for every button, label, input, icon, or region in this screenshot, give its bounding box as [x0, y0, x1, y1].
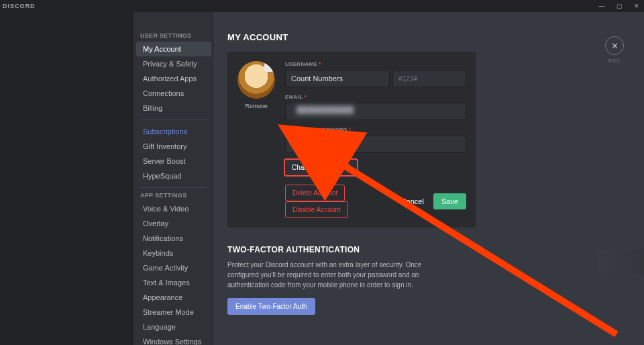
close-x-icon[interactable]: ✕	[605, 36, 624, 55]
sidebar-item-notifications[interactable]: Notifications	[136, 231, 211, 246]
page-title: MY ACCOUNT	[227, 32, 624, 42]
sidebar-item-privacy[interactable]: Privacy & Safety	[136, 56, 211, 71]
account-card: Remove USERNAME* EMAIL* ████████████ CUR…	[227, 52, 476, 228]
sidebar-item-subscriptions[interactable]: Subscriptions	[136, 124, 211, 139]
twofa-description: Protect your Discord account with an ext…	[227, 260, 429, 290]
sidebar-item-keybinds[interactable]: Keybinds	[136, 246, 211, 260]
email-input[interactable]: ████████████	[285, 103, 466, 120]
sidebar-item-windows-settings[interactable]: Windows Settings	[136, 334, 211, 345]
sidebar-item-language[interactable]: Language	[136, 319, 211, 334]
cancel-button[interactable]: Cancel	[394, 193, 431, 209]
email-label: EMAIL*	[285, 94, 466, 100]
close-icon[interactable]: ✕	[632, 3, 641, 9]
sidebar-item-gift-inventory[interactable]: Gift Inventory	[136, 139, 211, 154]
discriminator-input[interactable]	[392, 70, 466, 87]
change-password-button[interactable]: Change Password?	[285, 160, 357, 175]
sidebar-item-billing[interactable]: Billing	[136, 101, 211, 115]
disable-account-button[interactable]: Disable Account	[285, 201, 348, 218]
sidebar-item-streamer-mode[interactable]: Streamer Mode	[136, 305, 211, 319]
sidebar-item-game-activity[interactable]: Game Activity	[136, 260, 211, 275]
enable-twofa-button[interactable]: Enable Two-Factor Auth	[227, 298, 315, 315]
content-area: ✕ ESC MY ACCOUNT Remove USERNAME* EMAIL*…	[214, 12, 644, 345]
save-button[interactable]: Save	[433, 193, 466, 209]
twofa-title: TWO-FACTOR AUTHENTICATION	[227, 245, 624, 254]
avatar[interactable]	[237, 61, 275, 99]
sidebar-item-authorized-apps[interactable]: Authorized Apps	[136, 71, 211, 86]
sidebar-separator	[140, 119, 207, 120]
current-password-input[interactable]	[285, 136, 466, 153]
password-label: CURRENT PASSWORD*	[285, 127, 466, 133]
sidebar-item-my-account[interactable]: My Account	[136, 42, 211, 56]
sidebar-item-connections[interactable]: Connections	[136, 86, 211, 101]
app-brand: DISCORD	[3, 3, 36, 9]
esc-label: ESC	[608, 58, 621, 64]
minimize-icon[interactable]: —	[597, 3, 606, 9]
delete-account-button[interactable]: Delete Account	[285, 185, 345, 201]
left-gutter	[0, 12, 133, 345]
window-controls: — ▢ ✕	[597, 3, 641, 9]
sidebar-item-hypesquad[interactable]: HypeSquad	[136, 168, 211, 183]
sidebar-item-voice[interactable]: Voice & Video	[136, 201, 211, 216]
sidebar-item-appearance[interactable]: Appearance	[136, 290, 211, 305]
sidebar-item-server-boost[interactable]: Server Boost	[136, 154, 211, 168]
close-settings[interactable]: ✕ ESC	[605, 36, 624, 64]
settings-sidebar: USER SETTINGS My Account Privacy & Safet…	[133, 12, 214, 345]
sidebar-separator-2	[140, 187, 207, 188]
user-settings-header: USER SETTINGS	[133, 32, 214, 42]
twofa-illustration	[597, 250, 644, 274]
sidebar-item-text-images[interactable]: Text & Images	[136, 275, 211, 290]
avatar-remove-link[interactable]: Remove	[245, 103, 268, 109]
app-settings-header: APP SETTINGS	[133, 192, 214, 201]
maximize-icon[interactable]: ▢	[614, 3, 624, 9]
titlebar: DISCORD — ▢ ✕	[0, 0, 644, 12]
username-label: USERNAME*	[285, 61, 466, 67]
username-input[interactable]	[285, 70, 390, 87]
sidebar-item-overlay[interactable]: Overlay	[136, 216, 211, 231]
